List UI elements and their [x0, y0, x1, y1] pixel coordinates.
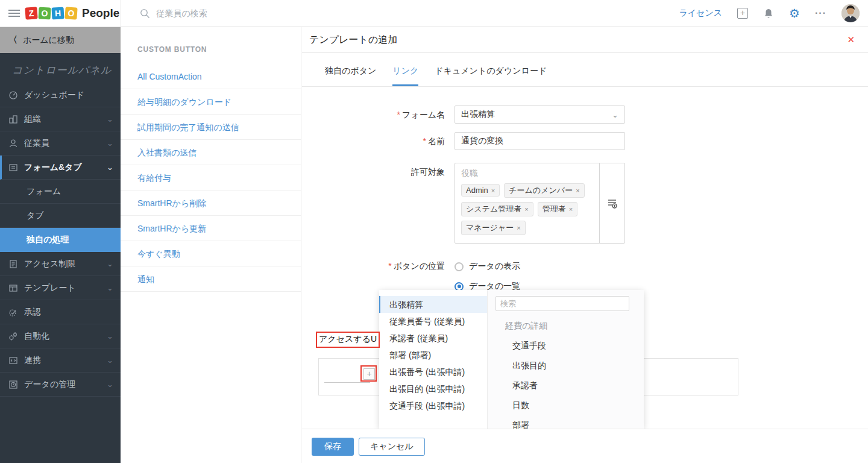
remove-tag-icon[interactable]: ×: [517, 224, 520, 232]
add-icon[interactable]: +: [737, 8, 748, 19]
permission-target-box[interactable]: 役職 Admin×チームのメンバー× システム管理者×管理者× マネージャー×: [454, 163, 625, 244]
dropdown-item-employee-id[interactable]: 従業員番号 (従業員): [379, 313, 487, 330]
hamburger-menu-icon[interactable]: [8, 8, 20, 19]
access-url-label-annotated: アクセスするU: [316, 332, 380, 348]
chevron-down-icon: ⌄: [107, 380, 113, 389]
sidebar-item-employees[interactable]: 従業員 ⌄: [0, 131, 121, 156]
annotation-highlight: [360, 365, 377, 382]
custom-action-payslip-download[interactable]: 給与明細のダウンロード: [121, 89, 301, 115]
remove-tag-icon[interactable]: ×: [569, 206, 573, 213]
permission-label: 許可対象: [302, 163, 445, 178]
sidebar-item-label: 自動化: [24, 331, 49, 342]
sidebar-subitem-forms[interactable]: フォーム: [0, 180, 121, 204]
template-form: *フォーム名 出張精算 ⌄ *名前 許可対象 役職 Admin×チームのメンバー: [302, 87, 868, 301]
close-icon[interactable]: ✕: [847, 34, 855, 45]
field-item-trip-purpose[interactable]: 出張目的: [512, 361, 644, 371]
template-icon: [8, 283, 18, 293]
button-position-label: *ボタンの位置: [302, 259, 445, 272]
tab-link[interactable]: リンク: [392, 66, 418, 86]
custom-action-notification[interactable]: 通知: [121, 266, 301, 292]
top-bar: Z O H O People ライセンス + ⚙ ···: [0, 0, 868, 27]
custom-action-onboarding-docs[interactable]: 入社書類の送信: [121, 140, 301, 165]
subitem-label: フォーム: [27, 186, 61, 197]
custom-action-smarthr-update[interactable]: SmartHRから更新: [121, 216, 301, 241]
name-label: *名前: [302, 132, 445, 147]
chevron-left-icon: 〈: [8, 34, 17, 46]
custom-action-transfer-now[interactable]: 今すぐ異動: [121, 241, 301, 266]
required-asterisk: *: [388, 261, 391, 271]
settings-gear-icon[interactable]: ⚙: [789, 6, 800, 20]
topbar-divider: [121, 0, 121, 27]
license-link[interactable]: ライセンス: [679, 8, 722, 19]
access-restriction-icon: [8, 259, 18, 269]
sidebar-subitem-custom-actions[interactable]: 独自の処理: [0, 228, 121, 252]
save-button[interactable]: 保存: [312, 438, 354, 456]
permission-picker-button[interactable]: [599, 163, 624, 243]
field-group-header: 経費の詳細: [505, 321, 644, 332]
logo-block-h: H: [51, 7, 64, 19]
organization-icon: [8, 115, 18, 124]
cancel-button[interactable]: キャンセル: [359, 438, 425, 456]
sidebar-item-templates[interactable]: テンプレート ⌄: [0, 276, 121, 300]
custom-button-header: CUSTOM BUTTON: [121, 27, 301, 64]
dashboard-icon: [8, 90, 18, 100]
sidebar-item-forms-tabs[interactable]: フォーム&タブ ⌄: [0, 156, 121, 180]
modal-title: テンプレートの追加: [309, 34, 397, 46]
modal-footer: 保存 キャンセル: [302, 429, 868, 463]
custom-action-all[interactable]: All CustomAction: [121, 64, 301, 89]
sidebar-item-label: テンプレート: [24, 283, 76, 294]
sidebar-subitem-tabs[interactable]: タブ: [0, 204, 121, 228]
back-to-home[interactable]: 〈 ホームに移動: [0, 27, 121, 53]
more-options-icon[interactable]: ···: [815, 8, 826, 19]
zoho-logo[interactable]: Z O H O People: [25, 7, 119, 20]
radio-icon: [454, 262, 464, 271]
remove-tag-icon[interactable]: ×: [524, 206, 528, 213]
field-item-transport[interactable]: 交通手段: [512, 341, 644, 351]
dropdown-item-travel-expense[interactable]: 出張精算: [379, 296, 487, 313]
sidebar-item-integrations[interactable]: 連携 ⌄: [0, 348, 121, 373]
subitem-label: タブ: [27, 210, 44, 221]
field-item-days[interactable]: 日数: [512, 400, 644, 411]
sidebar-item-data-management[interactable]: データの管理 ⌄: [0, 373, 121, 397]
custom-action-smarthr-delete[interactable]: SmartHRから削除: [121, 191, 301, 216]
logo-block-z: Z: [25, 7, 37, 19]
field-item-approver[interactable]: 承認者: [512, 380, 644, 391]
name-input[interactable]: [454, 132, 625, 150]
employee-search-input[interactable]: [156, 8, 337, 18]
tag-admin: Admin×: [461, 184, 500, 197]
user-avatar[interactable]: [841, 4, 860, 22]
list-add-icon: [607, 198, 617, 209]
tab-custom-button[interactable]: 独自のボタン: [325, 66, 376, 86]
data-management-icon: [8, 380, 18, 389]
chevron-down-icon: ⌄: [107, 259, 113, 268]
remove-tag-icon[interactable]: ×: [576, 187, 579, 194]
dropdown-item-approver-employee[interactable]: 承認者 (従業員): [379, 330, 487, 347]
back-to-home-label: ホームに移動: [23, 35, 74, 46]
sidebar-item-dashboard[interactable]: ダッシュボード: [0, 83, 121, 107]
remove-tag-icon[interactable]: ×: [491, 187, 495, 194]
radio-data-view[interactable]: データの表示: [454, 261, 520, 272]
tab-document-download[interactable]: ドキュメントのダウンロード: [435, 66, 547, 86]
sidebar-item-label: 承認: [24, 307, 41, 318]
sidebar-item-organization[interactable]: 組織 ⌄: [0, 107, 121, 131]
dropdown-item-trip-number[interactable]: 出張番号 (出張申請): [379, 364, 487, 380]
dropdown-item-department[interactable]: 部署 (部署): [379, 347, 487, 364]
sidebar-item-automation[interactable]: 自動化 ⌄: [0, 324, 121, 348]
required-asterisk: *: [423, 136, 426, 146]
field-search-input[interactable]: [495, 296, 629, 311]
form-name-select[interactable]: 出張精算 ⌄: [454, 106, 625, 124]
notifications-bell-icon[interactable]: [763, 8, 774, 19]
custom-action-paid-leave[interactable]: 有給付与: [121, 165, 301, 191]
custom-button-list-panel: CUSTOM BUTTON All CustomAction 給与明細のダウンロ…: [121, 27, 301, 463]
sidebar-item-access-restriction[interactable]: アクセス制限 ⌄: [0, 252, 121, 276]
forms-tabs-icon: [8, 163, 18, 172]
custom-action-probation-notice[interactable]: 試用期間の完了通知の送信: [121, 115, 301, 140]
dropdown-item-trip-purpose[interactable]: 出張目的 (出張申請): [379, 380, 487, 397]
sidebar-item-approvals[interactable]: 承認: [0, 300, 121, 324]
dropdown-item-transport[interactable]: 交通手段 (出張申請): [379, 397, 487, 414]
field-item-department[interactable]: 部署: [512, 420, 644, 429]
sidebar-item-label: データの管理: [24, 379, 75, 390]
sidebar-item-label: 従業員: [24, 138, 49, 149]
integration-icon: [8, 356, 18, 365]
tag-admin2: 管理者×: [538, 202, 577, 216]
